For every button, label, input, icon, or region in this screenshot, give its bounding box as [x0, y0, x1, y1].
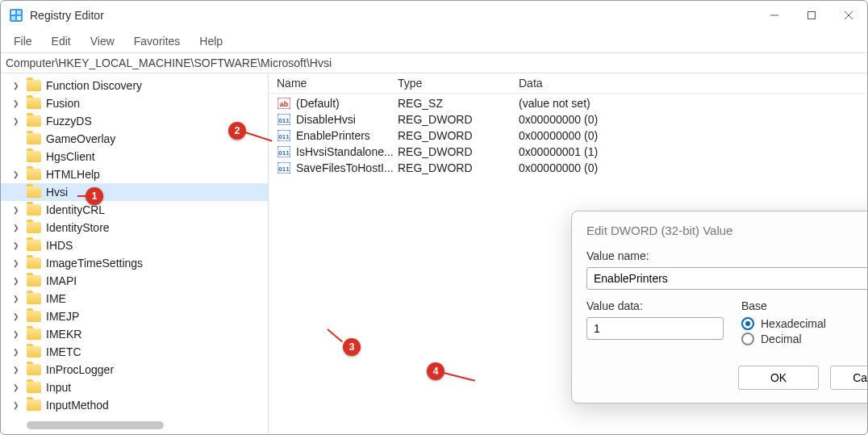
- value-row[interactable]: 011DisableHvsiREG_DWORD0x00000000 (0): [269, 111, 867, 128]
- tree-item-hgsclient[interactable]: HgsClient: [1, 148, 268, 165]
- tree-item-label: Fusion: [46, 97, 80, 110]
- expand-icon[interactable]: ❯: [10, 117, 22, 125]
- dec-label: Decimal: [761, 333, 802, 345]
- menu-favorites[interactable]: Favorites: [124, 31, 190, 51]
- annotation-badge-4: 4: [427, 362, 444, 380]
- folder-icon: [27, 222, 41, 233]
- radio-decimal[interactable]: Decimal: [741, 333, 867, 345]
- tree-item-imagetimesettings[interactable]: ❯ImageTimeSettings: [1, 254, 268, 272]
- tree-item-input[interactable]: ❯Input: [1, 379, 268, 396]
- tree-item-fuzzyds[interactable]: ❯FuzzyDS: [1, 112, 268, 130]
- svg-rect-1: [11, 10, 15, 15]
- value-name-input[interactable]: [586, 267, 867, 290]
- menu-file[interactable]: File: [4, 31, 42, 51]
- hex-label: Hexadecimal: [761, 317, 826, 330]
- tree-item-htmlhelp[interactable]: ❯HTMLHelp: [1, 165, 268, 183]
- cancel-button[interactable]: Cancel: [830, 366, 867, 390]
- value-name: (Default): [296, 97, 340, 110]
- column-type[interactable]: Type: [398, 77, 519, 90]
- tree-item-ime[interactable]: ❯IME: [1, 290, 268, 307]
- maximize-button[interactable]: [793, 1, 830, 30]
- expand-icon[interactable]: ❯: [10, 277, 22, 285]
- address-bar[interactable]: Computer\HKEY_LOCAL_MACHINE\SOFTWARE\Mic…: [1, 52, 867, 73]
- main-area: ❯Function Discovery❯Fusion❯FuzzyDSGameOv…: [1, 73, 867, 434]
- svg-rect-6: [808, 12, 816, 19]
- close-button[interactable]: [830, 1, 867, 30]
- tree-item-label: Function Discovery: [46, 79, 142, 92]
- expand-icon[interactable]: ❯: [10, 224, 22, 232]
- ok-button[interactable]: OK: [738, 366, 819, 390]
- tree-item-function-discovery[interactable]: ❯Function Discovery: [1, 77, 268, 94]
- tree-item-identitycrl[interactable]: ❯IdentityCRL: [1, 201, 268, 219]
- tree-item-ihds[interactable]: ❯IHDS: [1, 236, 268, 254]
- expand-icon[interactable]: ❯: [10, 241, 22, 249]
- window-controls: [756, 1, 867, 30]
- folder-icon: [27, 186, 41, 198]
- expand-icon[interactable]: ❯: [10, 401, 22, 409]
- value-data: 0x00000000 (0): [519, 129, 859, 142]
- tree-item-label: IMAPI: [46, 274, 77, 287]
- expand-icon[interactable]: ❯: [10, 312, 22, 320]
- folder-icon: [27, 257, 41, 269]
- expand-icon[interactable]: ❯: [10, 170, 22, 178]
- tree-item-label: IHDS: [46, 239, 73, 252]
- string-value-icon: ab: [277, 97, 291, 110]
- tree-item-label: HTMLHelp: [46, 168, 100, 181]
- folder-icon: [27, 240, 41, 251]
- minimize-button[interactable]: [756, 1, 793, 30]
- folder-icon: [27, 364, 41, 375]
- value-data: 0x00000000 (0): [519, 113, 859, 126]
- expand-icon[interactable]: ❯: [10, 348, 22, 356]
- value-type: REG_DWORD: [398, 113, 519, 126]
- expand-icon[interactable]: ❯: [10, 330, 22, 338]
- svg-text:011: 011: [278, 117, 290, 124]
- folder-icon: [27, 80, 41, 91]
- tree-item-label: IMEKR: [46, 328, 81, 341]
- expand-icon[interactable]: ❯: [10, 295, 22, 303]
- value-data-input[interactable]: [586, 317, 724, 340]
- value-list-panel: Name Type Data ab(Default)REG_SZ(value n…: [269, 73, 867, 434]
- tree-item-hvsi[interactable]: Hvsi: [1, 183, 268, 201]
- dword-value-icon: 011: [277, 113, 291, 126]
- expand-icon[interactable]: ❯: [10, 99, 22, 107]
- value-row[interactable]: ab(Default)REG_SZ(value not set): [269, 95, 867, 111]
- tree-item-inproclogger[interactable]: ❯InProcLogger: [1, 361, 268, 379]
- tree-item-identitystore[interactable]: ❯IdentityStore: [1, 219, 268, 236]
- value-row[interactable]: 011IsHvsiStandalone...REG_DWORD0x0000000…: [269, 144, 867, 160]
- menu-edit[interactable]: Edit: [42, 31, 81, 51]
- menu-bar: File Edit View Favorites Help: [1, 30, 867, 52]
- menu-view[interactable]: View: [81, 31, 124, 51]
- expand-icon[interactable]: ❯: [10, 383, 22, 391]
- tree-item-imapi[interactable]: ❯IMAPI: [1, 272, 268, 290]
- expand-icon[interactable]: ❯: [10, 82, 22, 90]
- value-row[interactable]: 011EnablePrintersREG_DWORD0x00000000 (0): [269, 128, 867, 144]
- column-data[interactable]: Data: [519, 77, 859, 90]
- dword-value-icon: 011: [277, 129, 291, 142]
- expand-icon[interactable]: ❯: [10, 366, 22, 374]
- radio-hexadecimal[interactable]: Hexadecimal: [741, 317, 867, 330]
- tree-item-imejp[interactable]: ❯IMEJP: [1, 307, 268, 325]
- dword-value-icon: 011: [277, 145, 291, 158]
- edit-dword-dialog: Edit DWORD (32-bit) Value ✕ Value name: …: [571, 211, 867, 404]
- tree-item-imekr[interactable]: ❯IMEKR: [1, 325, 268, 343]
- expand-icon[interactable]: ❯: [10, 206, 22, 214]
- horizontal-scrollbar[interactable]: [27, 421, 164, 429]
- list-header[interactable]: Name Type Data: [269, 73, 867, 94]
- tree-item-imetc[interactable]: ❯IMETC: [1, 343, 268, 361]
- folder-icon: [27, 98, 41, 109]
- folder-icon: [27, 311, 41, 322]
- tree-item-label: IME: [46, 292, 66, 305]
- folder-icon: [27, 115, 41, 127]
- value-row[interactable]: 011SaveFilesToHostI...REG_DWORD0x0000000…: [269, 160, 867, 176]
- value-data-label: Value data:: [586, 299, 724, 312]
- radio-icon: [741, 317, 754, 330]
- tree-item-inputmethod[interactable]: ❯InputMethod: [1, 396, 268, 414]
- expand-icon[interactable]: ❯: [10, 259, 22, 267]
- column-name[interactable]: Name: [277, 77, 398, 90]
- app-icon: [9, 8, 23, 23]
- tree-item-label: InputMethod: [46, 399, 109, 412]
- folder-icon: [27, 328, 41, 340]
- tree-item-fusion[interactable]: ❯Fusion: [1, 94, 268, 112]
- folder-icon: [27, 169, 41, 180]
- menu-help[interactable]: Help: [190, 31, 232, 51]
